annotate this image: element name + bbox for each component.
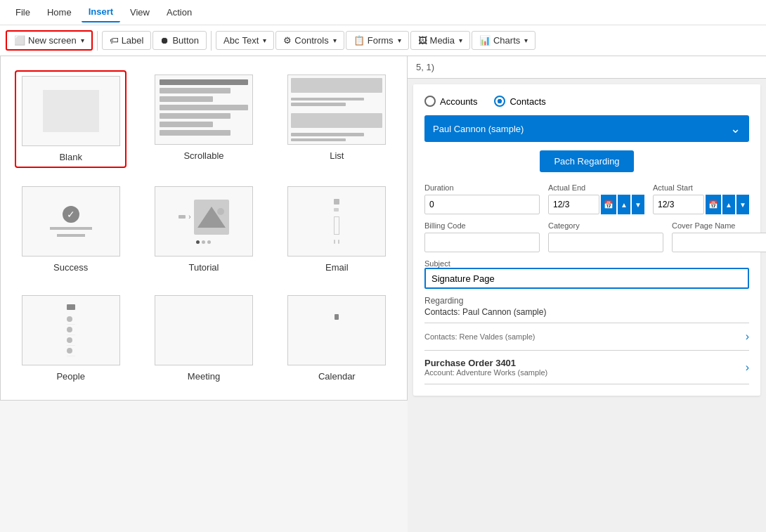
screen-option-list[interactable]: List [281,70,393,168]
screen-thumb-success: ✓ [22,186,120,257]
form-area: Accounts Contacts Paul Cannon (sample) ⌄… [413,84,760,396]
new-screen-button[interactable]: ⬜ New screen ▾ [6,30,93,51]
success-preview: ✓ [50,206,92,237]
duration-label: Duration [424,183,540,192]
new-screen-label: New screen [28,35,77,46]
actual-end-up-button[interactable]: ▲ [618,195,630,214]
label-button[interactable]: 🏷 Label [102,31,152,50]
radio-accounts-item[interactable]: Accounts [424,96,477,107]
menu-insert[interactable]: Insert [82,2,120,22]
list-item-1-title: Purchase Order 3401 [424,358,547,368]
list-item-0-arrow-icon: › [746,330,749,343]
screen-option-success[interactable]: ✓ Success [15,182,126,277]
menu-home[interactable]: Home [40,3,79,22]
screen-option-meeting[interactable]: Meeting [148,291,259,386]
menu-bar: File Home Insert View Action [0,0,766,25]
people-preview [64,301,78,359]
screen-option-tutorial[interactable]: › Tutorial [148,182,259,277]
button-button[interactable]: ⏺ Button [152,31,207,50]
actual-start-calendar-button[interactable]: 📅 [706,195,721,214]
actual-start-up-button[interactable]: ▲ [722,195,735,214]
actual-end-calendar-button[interactable]: 📅 [601,195,616,214]
actual-end-input[interactable] [548,195,599,214]
radio-contacts-circle [494,96,505,107]
list-items: Contacts: Rene Valdes (sample) › Purchas… [424,323,749,384]
chevron-dropdown-icon: ⌄ [730,121,741,136]
screen-option-people[interactable]: People [15,291,126,386]
billing-code-input[interactable] [424,233,540,252]
category-field-group: Category [548,221,663,252]
screen-label-email: Email [325,262,349,273]
meeting-preview [201,306,207,356]
cover-page-input[interactable] [672,233,766,252]
charts-icon: 📊 [479,35,491,46]
menu-file[interactable]: File [8,3,37,22]
screen-option-email[interactable]: Email [281,182,393,277]
screen-label-scrollable: Scrollable [183,150,223,161]
regarding-value: Contacts: Paul Cannon (sample) [424,307,749,317]
category-input[interactable] [548,233,663,252]
list-item-1-arrow-icon: › [746,361,749,374]
right-panel: 5, 1) Accounts Contacts Paul Cannon (sam… [408,56,766,532]
blank-placeholder [43,90,99,132]
screen-thumb-people [22,295,120,365]
screen-thumb-tutorial: › [155,186,253,257]
screen-thumb-email [287,186,386,257]
menu-action[interactable]: Action [160,3,199,22]
actual-start-input-group: 📅 ▲ ▼ [653,195,749,214]
billing-code-field-group: Billing Code [424,221,540,252]
actual-end-down-button[interactable]: ▼ [632,195,644,214]
list-item-0-subtitle: Contacts: Rene Valdes (sample) [424,332,535,341]
chevron-charts-icon: ▾ [524,37,528,44]
cover-page-field-group: Cover Page Name [672,221,766,252]
screen-option-calendar[interactable]: Calendar [281,291,393,386]
radio-accounts-label: Accounts [440,96,477,107]
fields-row-2: Billing Code Category Cover Page Name [424,221,749,252]
list-item-1[interactable]: Purchase Order 3401 Account: Adventure W… [424,351,749,384]
contact-dropdown[interactable]: Paul Cannon (sample) ⌄ [424,115,749,142]
chevron-down-icon: ▾ [81,37,84,44]
dropdown-value: Paul Cannon (sample) [433,124,524,134]
radio-row: Accounts Contacts [424,96,749,107]
media-button[interactable]: 🖼 Media ▾ [410,31,470,50]
menu-view[interactable]: View [123,3,157,22]
regarding-label: Regarding [424,296,749,306]
chevron-controls-icon: ▾ [333,37,337,44]
text-button[interactable]: Abc Text ▾ [216,31,274,50]
cover-page-label: Cover Page Name [672,221,766,230]
screen-thumb-blank [22,76,120,146]
svg-point-2 [217,208,224,215]
actual-start-field-group: Actual Start 📅 ▲ ▼ [653,183,749,214]
actual-start-down-button[interactable]: ▼ [736,195,749,214]
tutorial-preview: › [174,195,233,248]
pach-regarding-button[interactable]: Pach Regarding [540,150,633,172]
formula-bar: 5, 1) [408,56,766,79]
charts-button[interactable]: 📊 Charts ▾ [472,31,535,50]
screen-label-list: List [330,150,344,161]
label-icon: 🏷 [110,35,119,46]
radio-accounts-circle [424,96,436,107]
screen-label-meeting: Meeting [188,371,220,382]
list-preview [288,75,385,144]
actual-end-label: Actual End [548,183,644,192]
duration-field-group: Duration [424,183,540,214]
forms-button[interactable]: 📋 Forms ▾ [346,31,409,50]
regarding-section: Regarding Contacts: Paul Cannon (sample) [424,296,749,317]
screen-icon: ⬜ [14,35,25,46]
screen-option-scrollable[interactable]: Scrollable [148,70,259,168]
subject-label: Subject [424,259,749,268]
screen-thumb-list [287,74,386,145]
actual-start-input[interactable] [653,195,704,214]
radio-contacts-item[interactable]: Contacts [494,96,545,107]
screen-option-blank[interactable]: Blank [15,70,126,168]
controls-button[interactable]: ⚙ Controls ▾ [275,31,344,50]
media-icon: 🖼 [418,35,427,46]
screen-label-tutorial: Tutorial [189,262,219,273]
scrollable-preview [155,75,252,144]
subject-input[interactable] [424,268,749,289]
actual-start-label: Actual Start [653,183,749,192]
list-item-0-content: Contacts: Rene Valdes (sample) [424,332,535,341]
duration-input[interactable] [424,195,540,214]
fields-row-1: Duration Actual End 📅 ▲ ▼ Actual Start 📅… [424,183,749,214]
list-item-0[interactable]: Contacts: Rene Valdes (sample) › [424,323,749,351]
